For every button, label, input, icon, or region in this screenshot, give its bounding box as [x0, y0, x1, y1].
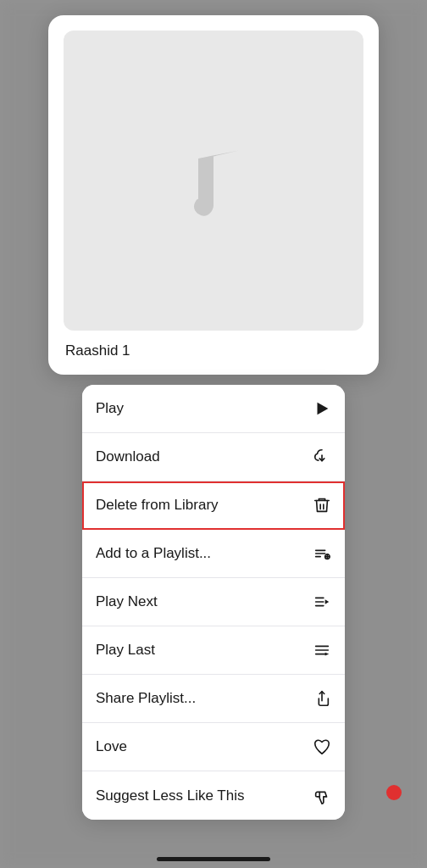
download-icon [313, 448, 331, 466]
menu-item-love-label: Love [96, 738, 127, 755]
menu-item-play-next-label: Play Next [96, 593, 158, 610]
album-title: Raashid 1 [64, 342, 363, 359]
menu-item-add-playlist-label: Add to a Playlist... [96, 545, 211, 562]
heart-icon [313, 737, 331, 756]
menu-item-play-label: Play [96, 400, 124, 417]
menu-item-share[interactable]: Share Playlist... [82, 675, 345, 723]
content-wrapper: Raashid 1 Play Download [0, 0, 427, 868]
svg-marker-13 [325, 599, 330, 604]
menu-item-play-last-label: Play Last [96, 642, 155, 659]
svg-marker-17 [325, 653, 330, 656]
play-icon [313, 399, 331, 418]
menu-item-play[interactable]: Play [82, 385, 345, 433]
play-last-icon [313, 641, 331, 659]
context-menu: Play Download Delete from Library [82, 385, 345, 820]
play-next-icon [313, 593, 331, 611]
menu-item-love[interactable]: Love [82, 723, 345, 771]
menu-item-play-last[interactable]: Play Last [82, 626, 345, 675]
album-card: Raashid 1 [48, 15, 379, 375]
menu-item-download[interactable]: Download [82, 433, 345, 481]
red-dot-decoration [386, 785, 402, 800]
home-indicator [157, 857, 270, 861]
menu-item-download-label: Download [96, 448, 160, 465]
music-note-icon [163, 128, 264, 233]
svg-marker-0 [318, 403, 329, 415]
trash-icon [313, 496, 331, 515]
album-art [64, 31, 363, 331]
menu-item-add-playlist[interactable]: Add to a Playlist... [82, 530, 345, 578]
add-list-icon [313, 544, 331, 563]
menu-item-play-next[interactable]: Play Next [82, 578, 345, 626]
menu-item-share-label: Share Playlist... [96, 690, 196, 707]
menu-item-suggest-less-label: Suggest Less Like This [96, 787, 244, 804]
thumbs-down-icon [313, 787, 331, 805]
share-icon [313, 689, 331, 708]
menu-item-suggest-less[interactable]: Suggest Less Like This [82, 771, 345, 820]
menu-item-delete[interactable]: Delete from Library [82, 481, 345, 530]
menu-item-delete-label: Delete from Library [96, 497, 219, 514]
